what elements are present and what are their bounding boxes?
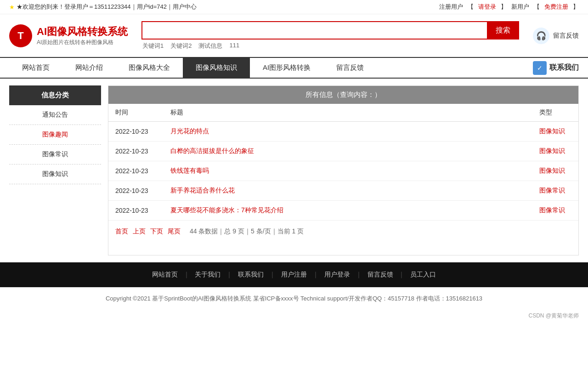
cell-date-3: 2022-10-23	[108, 181, 164, 201]
page-prev[interactable]: 上页	[133, 227, 146, 236]
title-link-1[interactable]: 白桦的高洁挺拔是什么的象征	[170, 147, 254, 154]
logo-area: T AI图像风格转换系统 AI原始图片在线转各种图像风格	[9, 24, 128, 47]
page-first[interactable]: 首页	[115, 227, 128, 236]
footer-info: Copyright ©2021 基于SprintBoot的AI图像风格转换系统 …	[0, 287, 588, 310]
content-header: 所有信息（查询内容：）	[108, 86, 578, 104]
welcome-text: ★欢迎您的到来！登录用户＝13511223344｜用户id=742｜用户中心	[17, 3, 197, 11]
tag-1[interactable]: 关键词1	[142, 42, 164, 50]
content-table: 时间 标题 类型 2022-10-23 月光花的特点 图像知识 2022-10-…	[108, 104, 578, 221]
cell-date-2: 2022-10-23	[108, 161, 164, 181]
watermark: CSDN @黄菊华老师	[0, 310, 588, 322]
table-head: 时间 标题 类型	[108, 104, 578, 122]
cell-title-0: 月光花的特点	[164, 122, 532, 142]
nav-item-home[interactable]: 网站首页	[9, 58, 62, 78]
main-nav: 网站首页 网站介绍 图像风格大全 图像风格知识 AI图形风格转换 留言反馈 ✓ …	[0, 57, 588, 79]
cell-title-2: 铁线莲有毒吗	[164, 161, 532, 181]
feedback-icon: 🎧	[533, 28, 549, 44]
table-row: 2022-10-23 白桦的高洁挺拔是什么的象征 图像知识	[108, 142, 578, 161]
star-icon: ★	[9, 4, 15, 11]
title-link-4[interactable]: 夏天哪些花不能多浇水：7种常见花介绍	[170, 206, 283, 214]
nav-item-feedback[interactable]: 留言反馈	[323, 58, 377, 78]
footer-nav-item-5[interactable]: 留言反馈	[368, 271, 393, 278]
freereg-bracket-open: 【	[534, 3, 540, 11]
footer-sep: ｜	[181, 271, 192, 278]
contact-icon: ✓	[533, 61, 547, 75]
sidebar-item-common[interactable]: 图像常识	[9, 145, 101, 164]
footer-sep: ｜	[354, 271, 364, 278]
nav-item-ai[interactable]: AI图形风格转换	[250, 58, 323, 78]
cell-title-1: 白桦的高洁挺拔是什么的象征	[164, 142, 532, 161]
cell-date-1: 2022-10-23	[108, 142, 164, 161]
sidebar: 信息分类 通知公告 图像趣闻 图像常识 图像知识	[9, 85, 101, 255]
search-button[interactable]: 搜索	[487, 21, 519, 40]
contact-label: 联系我们	[549, 63, 579, 73]
pagination: 首页 上页 下页 尾页 44 条数据｜总 9 页｜5 条/页｜当前 1 页	[108, 221, 578, 243]
footer-nav-item-4[interactable]: 用户登录	[324, 271, 350, 278]
register-label: 注册用户	[439, 3, 463, 11]
tag-3[interactable]: 测试信息	[198, 42, 222, 50]
sidebar-item-knowledge[interactable]: 图像知识	[9, 164, 101, 184]
col-title: 标题	[164, 104, 532, 122]
footer-nav-item-0[interactable]: 网站首页	[152, 271, 178, 278]
login-bracket-open: 【	[468, 3, 474, 11]
title-link-3[interactable]: 新手养花适合养什么花	[170, 187, 235, 194]
header: T AI图像风格转换系统 AI原始图片在线转各种图像风格 搜索 关键词1 关键词…	[0, 14, 588, 57]
footer-nav-item-1[interactable]: 关于我们	[195, 271, 220, 278]
cell-type-3: 图像常识	[532, 181, 578, 201]
newuser-label: 新用户	[511, 3, 529, 11]
footer-sep: ｜	[397, 271, 407, 278]
site-title: AI图像风格转换系统	[37, 25, 128, 39]
content-area: 所有信息（查询内容：） 时间 标题 类型 2022-10-23 月光花的特点 图…	[108, 85, 579, 255]
cell-type-4: 图像常识	[532, 201, 578, 221]
nav-item-knowledge[interactable]: 图像风格知识	[183, 58, 250, 78]
top-bar-left: ★ ★欢迎您的到来！登录用户＝13511223344｜用户id=742｜用户中心	[9, 3, 197, 11]
table-row: 2022-10-23 夏天哪些花不能多浇水：7种常见花介绍 图像常识	[108, 201, 578, 221]
table-row: 2022-10-23 月光花的特点 图像知识	[108, 122, 578, 142]
table-header-row: 时间 标题 类型	[108, 104, 578, 122]
footer-nav-item-6[interactable]: 员工入口	[410, 271, 436, 278]
feedback-label: 留言反馈	[553, 32, 579, 40]
sidebar-item-notice[interactable]: 通知公告	[9, 105, 101, 125]
footer-nav-item-3[interactable]: 用户注册	[281, 271, 307, 278]
footer-sep: ｜	[311, 271, 321, 278]
table-row: 2022-10-23 新手养花适合养什么花 图像常识	[108, 181, 578, 201]
cell-date-0: 2022-10-23	[108, 122, 164, 142]
nav-item-intro[interactable]: 网站介绍	[62, 58, 116, 78]
search-row: 搜索	[141, 21, 519, 40]
site-subtitle: AI原始图片在线转各种图像风格	[37, 39, 128, 46]
nav-items: 网站首页 网站介绍 图像风格大全 图像风格知识 AI图形风格转换 留言反馈	[9, 58, 533, 78]
main-content: 信息分类 通知公告 图像趣闻 图像常识 图像知识 所有信息（查询内容：） 时间 …	[0, 79, 588, 262]
tag-2[interactable]: 关键词2	[170, 42, 192, 50]
header-right: 🎧 留言反馈	[533, 28, 579, 44]
title-link-0[interactable]: 月光花的特点	[170, 127, 209, 135]
col-date: 时间	[108, 104, 164, 122]
page-next[interactable]: 下页	[150, 227, 163, 236]
search-tags: 关键词1 关键词2 测试信息 111	[141, 42, 519, 50]
sidebar-item-trivia[interactable]: 图像趣闻	[9, 125, 101, 145]
nav-item-gallery[interactable]: 图像风格大全	[116, 58, 183, 78]
search-area: 搜索 关键词1 关键词2 测试信息 111	[141, 21, 519, 50]
cell-title-3: 新手养花适合养什么花	[164, 181, 532, 201]
top-bar-right: 注册用户 【请登录】 新用户 【免费注册】	[439, 3, 579, 11]
cell-type-1: 图像知识	[532, 142, 578, 161]
login-link[interactable]: 请登录	[478, 3, 496, 11]
top-bar: ★ ★欢迎您的到来！登录用户＝13511223344｜用户id=742｜用户中心…	[0, 0, 588, 14]
pagination-info: 44 条数据｜总 9 页｜5 条/页｜当前 1 页	[190, 227, 304, 236]
footer-info-text: Copyright ©2021 基于SprintBoot的AI图像风格转换系统 …	[106, 295, 482, 302]
tag-4[interactable]: 111	[229, 42, 239, 50]
title-link-2[interactable]: 铁线莲有毒吗	[170, 167, 209, 174]
logo-text: AI图像风格转换系统 AI原始图片在线转各种图像风格	[37, 25, 128, 46]
page-last[interactable]: 尾页	[168, 227, 181, 236]
cell-type-2: 图像知识	[532, 161, 578, 181]
cell-date-4: 2022-10-23	[108, 201, 164, 221]
cell-type-0: 图像知识	[532, 122, 578, 142]
nav-contact: ✓ 联系我们	[533, 61, 579, 75]
footer-nav-items: 网站首页 ｜ 关于我们 ｜ 联系我们 ｜ 用户注册 ｜ 用户登录 ｜ 留言反馈 …	[148, 271, 440, 278]
freereg-link[interactable]: 免费注册	[544, 3, 568, 11]
freereg-bracket-close: 】	[573, 3, 579, 11]
footer-nav-item-2[interactable]: 联系我们	[238, 271, 264, 278]
search-input[interactable]	[141, 21, 487, 40]
logo-icon: T	[9, 24, 32, 47]
col-type: 类型	[532, 104, 578, 122]
table-row: 2022-10-23 铁线莲有毒吗 图像知识	[108, 161, 578, 181]
